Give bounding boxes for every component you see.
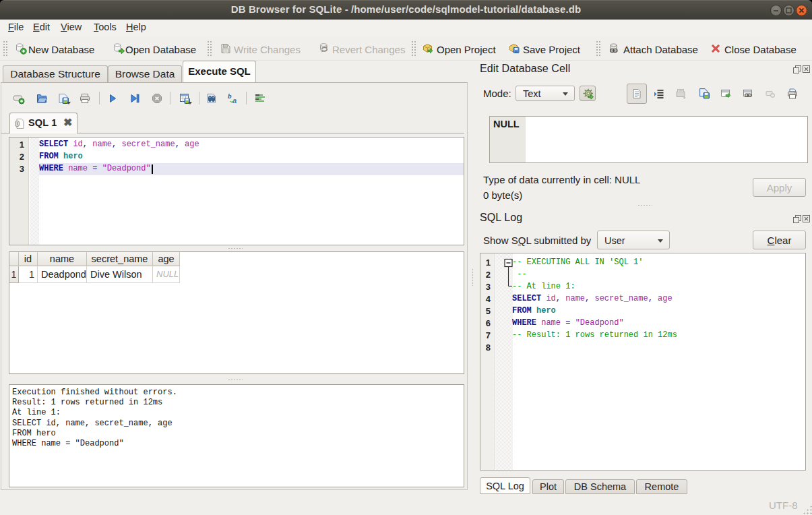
svg-text:a: a [232, 96, 237, 104]
svg-text:b: b [228, 93, 232, 100]
